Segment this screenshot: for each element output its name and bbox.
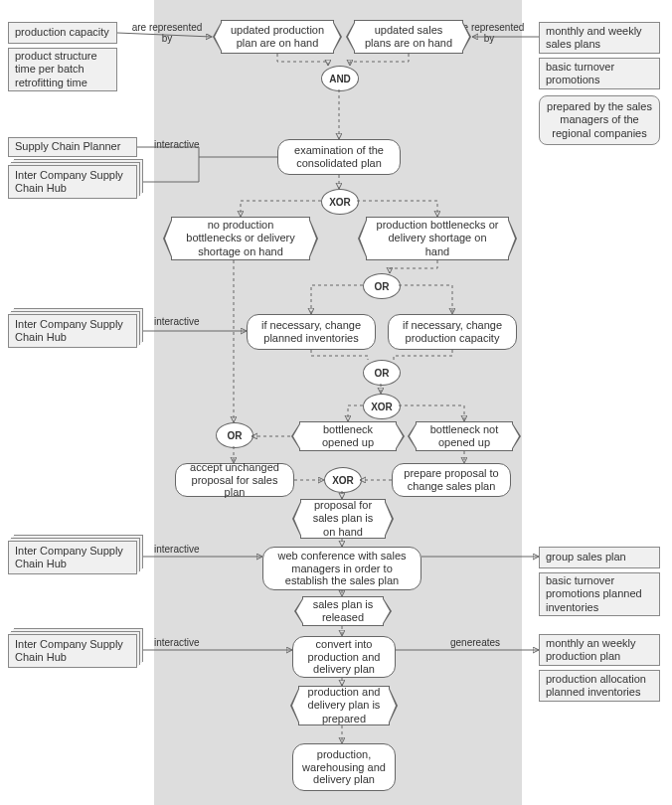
text: production bottlenecks or delivery short…: [375, 219, 500, 258]
label-generates: genereates: [450, 637, 500, 648]
event-no-bottleneck: no production bottlenecks or delivery sh…: [171, 217, 310, 260]
func-change-capacity: if necessary, change production capacity: [388, 314, 517, 350]
box-btpi: basic turnover promotions planned invent…: [539, 572, 660, 616]
text: production and delivery plan is prepared: [307, 686, 381, 725]
gate-or-2: OR: [363, 360, 401, 386]
gate-or-1: OR: [363, 273, 401, 299]
box-group-sales-plan: group sales plan: [539, 547, 660, 568]
event-bottleneck-opened: bottleneck opened up: [299, 421, 397, 451]
label-represented-left: are represented by: [127, 22, 207, 44]
gate-xor-1: XOR: [321, 189, 359, 215]
box-papi: production allocation planned inventorie…: [539, 670, 660, 702]
text: proposal for sales plan is on hand: [309, 499, 377, 539]
label-interactive-2: interactive: [154, 316, 200, 327]
box-hub-4: Inter Company Supply Chain Hub: [8, 634, 137, 668]
box-supply-chain-planner: Supply Chain Planner: [8, 137, 137, 157]
event-updated-sales-plan: updated sales plans are on hand: [354, 20, 463, 54]
box-hub-2: Inter Company Supply Chain Hub: [8, 314, 137, 348]
gate-or-3: OR: [216, 422, 253, 448]
func-change-inventories: if necessary, change planned inventories: [247, 314, 376, 350]
event-proposal-on-hand: proposal for sales plan is on hand: [300, 499, 386, 539]
box-basic-turnover: basic turnover promotions: [539, 58, 660, 89]
func-accept-proposal: accept unchanged proposal for sales plan: [175, 463, 294, 497]
func-web-conference: web conference with sales managers in or…: [262, 547, 421, 590]
label-interactive-4: interactive: [154, 637, 200, 648]
event-updated-prod-plan: updated production plan are on hand: [221, 20, 334, 54]
event-sales-plan-released: sales plan is released: [302, 596, 384, 626]
gate-and-1: AND: [321, 66, 359, 91]
event-pd-prepared: production and delivery plan is prepared: [298, 686, 390, 725]
gate-xor-2: XOR: [363, 394, 401, 419]
text: bottleneck not opened up: [424, 423, 504, 449]
box-production-capacity: production capacity: [8, 22, 117, 44]
event-bottleneck: production bottlenecks or delivery short…: [366, 217, 509, 260]
func-prepare-proposal: prepare proposal to change sales plan: [392, 463, 511, 497]
callout-prepared-by: prepared by the sales managers of the re…: [539, 95, 660, 145]
label-interactive-3: interactive: [154, 544, 200, 555]
box-hub-1: Inter Company Supply Chain Hub: [8, 165, 137, 199]
box-monthly-sales-plans: monthly and weekly sales plans: [539, 22, 660, 54]
box-mwpp: monthly an weekly production plan: [539, 634, 660, 666]
text: updated sales plans are on hand: [363, 24, 454, 50]
text: sales plan is released: [311, 598, 375, 624]
func-convert: convert into production and delivery pla…: [292, 636, 396, 678]
gate-xor-3: XOR: [324, 467, 362, 493]
text: no production bottlenecks or delivery sh…: [180, 219, 301, 258]
func-pwd: production, warehousing and delivery pla…: [292, 743, 396, 791]
text: updated production plan are on hand: [230, 24, 325, 50]
label-interactive-1: interactive: [154, 139, 200, 150]
box-hub-3: Inter Company Supply Chain Hub: [8, 541, 137, 574]
box-product-structure: product structure time per batch retrofi…: [8, 48, 117, 91]
text: bottleneck opened up: [308, 423, 388, 449]
event-bottleneck-not-opened: bottleneck not opened up: [416, 421, 513, 451]
func-examination: examination of the consolidated plan: [277, 139, 401, 175]
